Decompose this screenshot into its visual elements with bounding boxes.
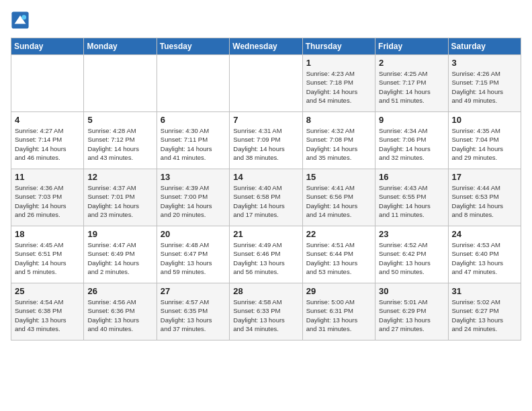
calendar-day-cell: 11Sunrise: 4:36 AM Sunset: 7:03 PM Dayli…: [11, 169, 84, 226]
day-info: Sunrise: 4:43 AM Sunset: 6:55 PM Dayligh…: [379, 183, 444, 219]
calendar-day-cell: 16Sunrise: 4:43 AM Sunset: 6:55 PM Dayli…: [375, 169, 448, 226]
logo: [11, 11, 32, 30]
day-info: Sunrise: 4:41 AM Sunset: 6:56 PM Dayligh…: [306, 183, 371, 219]
day-info: Sunrise: 4:27 AM Sunset: 7:14 PM Dayligh…: [15, 126, 80, 162]
day-number: 9: [379, 115, 444, 125]
day-info: Sunrise: 4:48 AM Sunset: 6:47 PM Dayligh…: [161, 240, 226, 276]
calendar-day-cell: 8Sunrise: 4:32 AM Sunset: 7:08 PM Daylig…: [302, 112, 375, 169]
calendar-day-cell: 6Sunrise: 4:30 AM Sunset: 7:11 PM Daylig…: [157, 112, 229, 169]
calendar-day-cell: 21Sunrise: 4:49 AM Sunset: 6:46 PM Dayli…: [230, 226, 302, 283]
day-info: Sunrise: 5:00 AM Sunset: 6:31 PM Dayligh…: [306, 298, 371, 333]
day-number: 5: [87, 115, 152, 125]
day-number: 2: [379, 58, 444, 68]
weekday-header-monday: Monday: [84, 38, 157, 55]
calendar-day-cell: 17Sunrise: 4:44 AM Sunset: 6:53 PM Dayli…: [448, 169, 521, 226]
day-info: Sunrise: 4:44 AM Sunset: 6:53 PM Dayligh…: [452, 183, 517, 219]
calendar-day-cell: 31Sunrise: 5:02 AM Sunset: 6:27 PM Dayli…: [448, 283, 521, 340]
day-number: 14: [233, 172, 298, 182]
day-number: 13: [161, 172, 226, 182]
calendar-week-row: 4Sunrise: 4:27 AM Sunset: 7:14 PM Daylig…: [11, 112, 521, 169]
day-number: 21: [233, 229, 298, 239]
calendar-day-cell: [157, 55, 229, 112]
calendar-week-row: 25Sunrise: 4:54 AM Sunset: 6:38 PM Dayli…: [11, 283, 521, 340]
day-info: Sunrise: 4:35 AM Sunset: 7:04 PM Dayligh…: [452, 126, 517, 162]
day-info: Sunrise: 4:26 AM Sunset: 7:15 PM Dayligh…: [452, 69, 517, 105]
day-info: Sunrise: 4:28 AM Sunset: 7:12 PM Dayligh…: [87, 126, 152, 162]
calendar-day-cell: 25Sunrise: 4:54 AM Sunset: 6:38 PM Dayli…: [11, 283, 84, 340]
day-number: 26: [87, 286, 152, 296]
day-info: Sunrise: 4:45 AM Sunset: 6:51 PM Dayligh…: [15, 240, 80, 276]
calendar-day-cell: 10Sunrise: 4:35 AM Sunset: 7:04 PM Dayli…: [448, 112, 521, 169]
day-info: Sunrise: 4:34 AM Sunset: 7:06 PM Dayligh…: [379, 126, 444, 162]
day-info: Sunrise: 4:36 AM Sunset: 7:03 PM Dayligh…: [15, 183, 80, 219]
day-info: Sunrise: 4:57 AM Sunset: 6:35 PM Dayligh…: [161, 298, 226, 333]
day-number: 12: [87, 172, 152, 182]
weekday-header-row: SundayMondayTuesdayWednesdayThursdayFrid…: [11, 38, 521, 55]
day-number: 10: [452, 115, 517, 125]
day-number: 30: [379, 286, 444, 296]
day-info: Sunrise: 5:01 AM Sunset: 6:29 PM Dayligh…: [379, 298, 444, 333]
calendar-day-cell: 1Sunrise: 4:23 AM Sunset: 7:18 PM Daylig…: [302, 55, 375, 112]
calendar-day-cell: [230, 55, 302, 112]
weekday-header-sunday: Sunday: [11, 38, 84, 55]
page-header: [11, 11, 521, 30]
day-number: 11: [15, 172, 80, 182]
day-info: Sunrise: 4:25 AM Sunset: 7:17 PM Dayligh…: [379, 69, 444, 105]
calendar-day-cell: 5Sunrise: 4:28 AM Sunset: 7:12 PM Daylig…: [84, 112, 157, 169]
day-number: 8: [306, 115, 371, 125]
day-number: 29: [306, 286, 371, 296]
calendar-day-cell: [84, 55, 157, 112]
day-info: Sunrise: 4:56 AM Sunset: 6:36 PM Dayligh…: [87, 298, 152, 333]
day-info: Sunrise: 4:23 AM Sunset: 7:18 PM Dayligh…: [306, 69, 371, 105]
calendar-day-cell: 14Sunrise: 4:40 AM Sunset: 6:58 PM Dayli…: [230, 169, 302, 226]
day-number: 27: [161, 286, 226, 296]
calendar-day-cell: 30Sunrise: 5:01 AM Sunset: 6:29 PM Dayli…: [375, 283, 448, 340]
day-number: 19: [87, 229, 152, 239]
day-info: Sunrise: 4:30 AM Sunset: 7:11 PM Dayligh…: [161, 126, 226, 162]
day-info: Sunrise: 4:51 AM Sunset: 6:44 PM Dayligh…: [306, 240, 371, 276]
day-number: 3: [452, 58, 517, 68]
calendar-day-cell: 19Sunrise: 4:47 AM Sunset: 6:49 PM Dayli…: [84, 226, 157, 283]
day-info: Sunrise: 4:52 AM Sunset: 6:42 PM Dayligh…: [379, 240, 444, 276]
calendar-day-cell: 13Sunrise: 4:39 AM Sunset: 7:00 PM Dayli…: [157, 169, 229, 226]
day-number: 20: [161, 229, 226, 239]
logo-icon: [11, 11, 30, 30]
day-number: 7: [233, 115, 298, 125]
calendar-day-cell: 23Sunrise: 4:52 AM Sunset: 6:42 PM Dayli…: [375, 226, 448, 283]
day-info: Sunrise: 4:47 AM Sunset: 6:49 PM Dayligh…: [87, 240, 152, 276]
calendar-day-cell: 27Sunrise: 4:57 AM Sunset: 6:35 PM Dayli…: [157, 283, 229, 340]
day-number: 17: [452, 172, 517, 182]
weekday-header-tuesday: Tuesday: [157, 38, 229, 55]
calendar-day-cell: 12Sunrise: 4:37 AM Sunset: 7:01 PM Dayli…: [84, 169, 157, 226]
day-number: 16: [379, 172, 444, 182]
day-info: Sunrise: 4:40 AM Sunset: 6:58 PM Dayligh…: [233, 183, 298, 219]
calendar-day-cell: 2Sunrise: 4:25 AM Sunset: 7:17 PM Daylig…: [375, 55, 448, 112]
day-info: Sunrise: 4:54 AM Sunset: 6:38 PM Dayligh…: [15, 298, 80, 333]
calendar-day-cell: 18Sunrise: 4:45 AM Sunset: 6:51 PM Dayli…: [11, 226, 84, 283]
calendar-week-row: 11Sunrise: 4:36 AM Sunset: 7:03 PM Dayli…: [11, 169, 521, 226]
day-info: Sunrise: 4:31 AM Sunset: 7:09 PM Dayligh…: [233, 126, 298, 162]
day-info: Sunrise: 4:49 AM Sunset: 6:46 PM Dayligh…: [233, 240, 298, 276]
calendar-day-cell: 28Sunrise: 4:58 AM Sunset: 6:33 PM Dayli…: [230, 283, 302, 340]
calendar-day-cell: 3Sunrise: 4:26 AM Sunset: 7:15 PM Daylig…: [448, 55, 521, 112]
day-number: 1: [306, 58, 371, 68]
day-info: Sunrise: 4:58 AM Sunset: 6:33 PM Dayligh…: [233, 298, 298, 333]
day-info: Sunrise: 4:39 AM Sunset: 7:00 PM Dayligh…: [161, 183, 226, 219]
calendar-day-cell: 9Sunrise: 4:34 AM Sunset: 7:06 PM Daylig…: [375, 112, 448, 169]
calendar-day-cell: 24Sunrise: 4:53 AM Sunset: 6:40 PM Dayli…: [448, 226, 521, 283]
day-info: Sunrise: 4:32 AM Sunset: 7:08 PM Dayligh…: [306, 126, 371, 162]
day-number: 23: [379, 229, 444, 239]
calendar-day-cell: 26Sunrise: 4:56 AM Sunset: 6:36 PM Dayli…: [84, 283, 157, 340]
day-number: 31: [452, 286, 517, 296]
calendar-day-cell: 20Sunrise: 4:48 AM Sunset: 6:47 PM Dayli…: [157, 226, 229, 283]
calendar-table: SundayMondayTuesdayWednesdayThursdayFrid…: [11, 38, 521, 340]
day-number: 22: [306, 229, 371, 239]
day-number: 18: [15, 229, 80, 239]
day-info: Sunrise: 4:53 AM Sunset: 6:40 PM Dayligh…: [452, 240, 517, 276]
day-number: 4: [15, 115, 80, 125]
calendar-day-cell: [11, 55, 84, 112]
day-number: 6: [161, 115, 226, 125]
calendar-day-cell: 29Sunrise: 5:00 AM Sunset: 6:31 PM Dayli…: [302, 283, 375, 340]
day-number: 25: [15, 286, 80, 296]
svg-point-2: [21, 15, 26, 19]
